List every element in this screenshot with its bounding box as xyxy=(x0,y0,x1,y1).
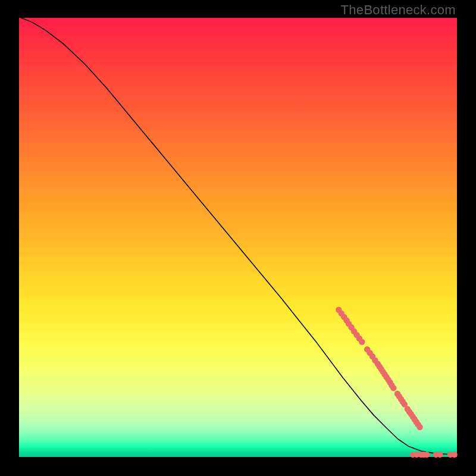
scatter-point xyxy=(390,385,396,391)
scatter-group xyxy=(336,307,458,458)
scatter-point xyxy=(451,452,457,458)
chart-frame: TheBottleneck.com xyxy=(0,0,476,476)
scatter-point xyxy=(416,424,422,430)
plot-overlay xyxy=(19,18,457,457)
scatter-point xyxy=(359,339,365,345)
watermark-text: TheBottleneck.com xyxy=(341,2,456,18)
scatter-point xyxy=(424,452,430,458)
scatter-point xyxy=(437,452,443,458)
